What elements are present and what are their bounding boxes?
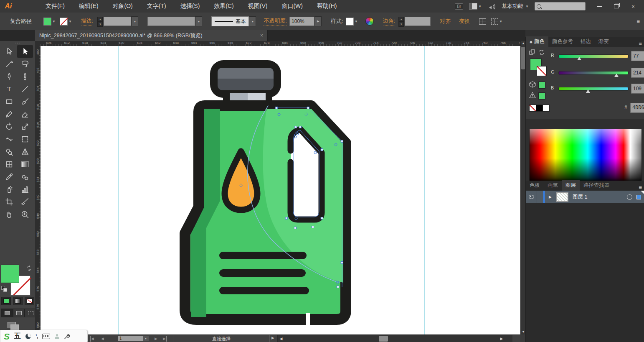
selection-tool[interactable] — [1, 45, 17, 58]
menu-item-0[interactable]: 文件(F) — [40, 1, 70, 12]
gradient-tool[interactable] — [17, 158, 33, 171]
stroke-weight-field[interactable] — [104, 17, 131, 26]
paintbrush-tool[interactable] — [17, 95, 33, 108]
artboard-number-field[interactable]: 1 — [118, 336, 145, 341]
slice-tool[interactable] — [17, 196, 33, 208]
brush-definition-dropdown[interactable]: ▼ — [249, 16, 256, 26]
tab-panels-0[interactable]: 色板 — [526, 180, 544, 191]
menu-item-1[interactable]: 编辑(E) — [74, 1, 104, 12]
shaper-tool[interactable] — [1, 108, 17, 120]
arrange-dropdown-icon[interactable]: ▼ — [499, 20, 502, 23]
perspective-grid-tool[interactable] — [17, 145, 33, 158]
brush-definition-box[interactable]: 基本 — [211, 16, 249, 26]
width-tool[interactable] — [1, 133, 17, 145]
arrange-documents-icon[interactable] — [479, 18, 486, 25]
slider-track-B[interactable] — [558, 87, 629, 91]
layer-name[interactable]: 图层 1 — [573, 194, 587, 201]
menu-item-7[interactable]: 窗口(W) — [276, 1, 308, 12]
menu-item-5[interactable]: 效果(C) — [208, 1, 239, 12]
last-artboard-icon[interactable]: ▶ — [163, 336, 167, 342]
style-swatch[interactable] — [346, 18, 354, 26]
layer-target-icon[interactable] — [627, 194, 632, 200]
draw-behind-button[interactable] — [13, 309, 25, 317]
corner-field[interactable] — [405, 17, 431, 26]
isolate-icon[interactable] — [491, 18, 498, 25]
recolor-artwork-icon[interactable] — [365, 17, 374, 26]
transform-button[interactable]: 变换 — [459, 18, 470, 26]
hand-tool[interactable] — [1, 208, 17, 221]
swap-fill-stroke-icon[interactable] — [26, 265, 33, 272]
prev-artboard-icon[interactable]: ◀ — [101, 336, 104, 342]
menu-item-3[interactable]: 文字(T) — [142, 1, 172, 12]
tab-close-icon[interactable]: × — [260, 33, 263, 38]
corner-stepper[interactable]: ▲▼ — [398, 17, 404, 26]
color-mode-button[interactable] — [1, 297, 11, 305]
slider-handle-G[interactable] — [614, 74, 619, 77]
opacity-link[interactable]: 不透明度: — [264, 17, 287, 26]
menu-item-2[interactable]: 对象(O) — [107, 1, 138, 12]
rectangle-tool[interactable] — [1, 95, 17, 108]
shape-builder-tool[interactable] — [1, 145, 17, 158]
slider-handle-R[interactable] — [577, 57, 581, 60]
first-artboard-icon[interactable]: ◀ — [90, 336, 94, 342]
slider-track-R[interactable] — [558, 54, 629, 58]
stroke-color-swatch[interactable] — [60, 18, 68, 26]
width-profile-dropdown[interactable]: ▼ — [195, 16, 202, 26]
invert-colors-icon[interactable] — [538, 49, 545, 55]
artboard-tool[interactable] — [1, 196, 17, 208]
type-tool[interactable]: T — [1, 83, 17, 95]
ime-keyboard-icon[interactable] — [42, 334, 50, 339]
scroll-right-icon[interactable]: ▶ — [498, 335, 505, 342]
menu-item-8[interactable]: 帮助(H) — [312, 1, 342, 12]
slider-handle-B[interactable] — [586, 89, 590, 93]
align-button[interactable]: 对齐 — [440, 18, 451, 26]
stroke-dropdown-icon[interactable]: ▼ — [68, 20, 72, 23]
opacity-dropdown[interactable]: ▶ — [314, 16, 322, 26]
black-swatch[interactable] — [536, 105, 543, 112]
out-of-gamut-cube-icon[interactable] — [529, 81, 536, 88]
rotate-tool[interactable] — [1, 120, 17, 133]
minimize-button[interactable] — [591, 0, 608, 13]
tab-color-1[interactable]: 颜色参考 — [548, 36, 577, 47]
vertical-ruler[interactable]: 4924985045105165225285345405465525585645… — [35, 46, 41, 334]
menu-item-4[interactable]: 选择(S) — [175, 1, 205, 12]
out-of-web-warning-icon[interactable] — [529, 92, 536, 98]
current-tool-label[interactable]: 直接选择 — [173, 335, 270, 342]
curvature-tool[interactable] — [17, 70, 33, 83]
draw-inside-button[interactable] — [25, 309, 36, 317]
pen-tool[interactable] — [1, 70, 17, 83]
close-button[interactable]: × — [625, 0, 641, 13]
none-swatch[interactable] — [529, 105, 536, 112]
fill-color-swatch[interactable] — [43, 18, 51, 26]
ime-settings-wrench-icon[interactable] — [64, 333, 70, 339]
gradient-mode-button[interactable] — [13, 297, 23, 305]
value-field-R[interactable]: 77 — [631, 51, 644, 61]
scale-tool[interactable] — [17, 120, 33, 133]
tab-panels-1[interactable]: 画笔 — [544, 180, 562, 191]
horizontal-scroll-thumb[interactable] — [379, 336, 388, 342]
scroll-left-icon[interactable]: ◀ — [278, 335, 284, 342]
corner-link[interactable]: 边角: — [383, 17, 396, 26]
ime-toolbar[interactable]: S 五 ’, — [0, 330, 88, 342]
menu-item-6[interactable]: 视图(V) — [243, 1, 273, 12]
ime-fullhalf-moon-icon[interactable] — [25, 334, 31, 339]
value-field-G[interactable]: 214 — [631, 68, 644, 78]
share-icon[interactable] — [487, 3, 496, 10]
toolbar-grip[interactable] — [0, 41, 35, 45]
layer-selection-chip[interactable] — [636, 195, 641, 199]
ime-account-icon[interactable] — [55, 334, 59, 339]
stroke-panel-link[interactable]: 描边: — [81, 17, 94, 26]
document-tab[interactable]: Nipic_29842067_20190905150420890000.ai* … — [35, 30, 268, 41]
zoom-tool[interactable] — [17, 208, 33, 221]
none-mode-button[interactable] — [25, 297, 34, 305]
artboard-dropdown-icon[interactable]: ▼ — [143, 336, 149, 341]
column-graph-tool[interactable] — [17, 183, 33, 196]
ime-logo[interactable]: S — [4, 331, 10, 342]
value-field-B[interactable]: 109 — [631, 84, 644, 94]
fill-dropdown-icon[interactable]: ▼ — [52, 20, 56, 23]
direct-selection-tool[interactable] — [17, 45, 33, 58]
vertical-scroll-thumb[interactable] — [521, 47, 525, 69]
symbol-sprayer-tool[interactable] — [1, 183, 17, 196]
line-segment-tool[interactable] — [17, 83, 33, 95]
bridge-icon[interactable]: Br — [455, 3, 463, 10]
